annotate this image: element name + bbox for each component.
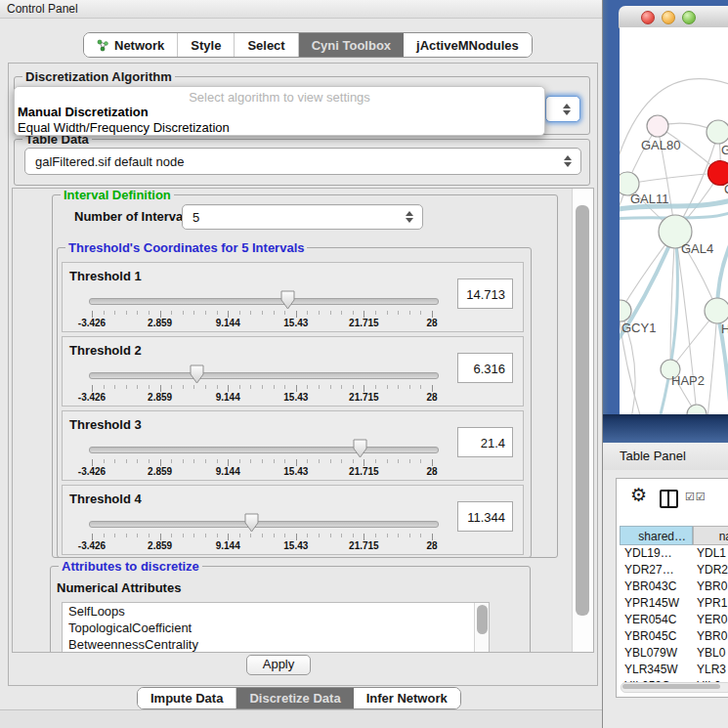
threshold-slider-thumb[interactable] xyxy=(352,439,368,458)
tick-mark xyxy=(92,534,93,540)
algorithm-combobox[interactable] xyxy=(545,96,580,122)
table-horizontal-scrollbar[interactable] xyxy=(621,682,728,693)
panel-title: Control Panel xyxy=(7,2,78,16)
table-row[interactable]: YER054CYER0 xyxy=(620,612,728,628)
tab-network[interactable]: Network xyxy=(84,33,178,57)
table-row[interactable]: YLR345WYLR3 xyxy=(620,662,728,678)
status-strip xyxy=(0,709,602,728)
threshold-slider-thumb[interactable] xyxy=(189,364,205,384)
select-columns-icon[interactable]: ☑☑ xyxy=(685,491,707,503)
tick-label: 28 xyxy=(426,392,437,403)
tick-mark xyxy=(92,385,93,392)
tick-mark xyxy=(193,534,194,537)
network-edge[interactable] xyxy=(627,173,720,184)
tick-mark xyxy=(250,534,251,537)
tick-mark xyxy=(284,385,285,389)
tick-mark xyxy=(319,311,320,315)
tick-mark xyxy=(330,385,331,389)
threshold-slider-track[interactable] xyxy=(89,298,439,305)
tick-mark xyxy=(353,311,354,315)
column-header-shared[interactable]: shared… xyxy=(620,526,693,545)
gear-icon[interactable]: ⚙ xyxy=(630,485,647,506)
table-row[interactable]: YBR043CYBR0 xyxy=(620,578,728,595)
table-data-combobox[interactable]: galFiltered.sif default node xyxy=(24,148,581,175)
table-row[interactable]: YDL19…YDL1 xyxy=(620,545,728,562)
tab-label: Infer Network xyxy=(366,691,448,706)
attribute-list-item[interactable]: BetweennessCentrality xyxy=(63,636,489,653)
table-row[interactable]: YBL079WYBL0 xyxy=(620,645,728,662)
attribute-list-item[interactable]: TopologicalCoefficient xyxy=(63,620,489,636)
table-data-selected-value: galFiltered.sif default node xyxy=(35,154,184,169)
tick-mark xyxy=(217,459,218,463)
attributes-list-scrollbar[interactable] xyxy=(474,603,489,653)
table-row[interactable]: YDR27…YDR2 xyxy=(620,562,728,578)
tick-mark xyxy=(420,459,421,463)
network-node-green[interactable] xyxy=(707,120,728,144)
threshold-slider-thumb[interactable] xyxy=(243,513,260,533)
minimize-traffic-icon[interactable] xyxy=(662,11,675,24)
threshold-slider-track[interactable] xyxy=(89,447,439,453)
tick-label: 21.715 xyxy=(349,318,379,328)
network-edge[interactable] xyxy=(707,311,717,414)
tick-mark xyxy=(387,385,388,389)
table-panel-title: Table Panel xyxy=(620,449,686,463)
network-window-bottom xyxy=(603,414,728,443)
tick-mark xyxy=(432,534,433,540)
network-icon xyxy=(97,39,109,52)
dropdown-option-manual[interactable]: Manual Discretization xyxy=(18,105,149,119)
tick-label: 9.144 xyxy=(216,318,240,328)
tab-infer-network[interactable]: Infer Network xyxy=(354,688,460,708)
zoom-traffic-icon[interactable] xyxy=(682,11,696,24)
tab-label: Select xyxy=(247,38,284,53)
threshold-value-field[interactable]: 11.344 xyxy=(457,501,513,532)
network-node-green[interactable] xyxy=(687,405,707,414)
tick-mark xyxy=(307,459,308,463)
table-row[interactable]: YPR145WYPR1 xyxy=(620,595,728,612)
dropdown-placeholder-option[interactable]: Select algorithm to view settings xyxy=(15,90,544,105)
tick-mark xyxy=(160,311,161,318)
tick-mark xyxy=(341,385,342,389)
threshold-slider-track[interactable] xyxy=(89,372,439,379)
number-of-intervals-combobox[interactable]: 5 xyxy=(182,204,423,230)
tab-style[interactable]: Style xyxy=(178,33,235,57)
tab-label: jActiveMNodules xyxy=(416,38,519,53)
network-node-pink[interactable] xyxy=(647,115,668,137)
apply-button[interactable]: Apply xyxy=(246,655,311,675)
cell-shared-name: YBR043C xyxy=(624,578,676,595)
threshold-slider-thumb[interactable] xyxy=(279,290,296,310)
dropdown-option-equal-width[interactable]: Equal Width/Frequency Discretization xyxy=(18,120,230,135)
tick-label: 2.859 xyxy=(148,540,172,551)
cell-shared-name: YPR145W xyxy=(624,595,679,612)
tick-mark xyxy=(387,311,388,315)
network-window-titlebar[interactable] xyxy=(619,6,728,28)
attribute-list-item[interactable]: SelfLoops xyxy=(63,603,489,620)
tab-jactivemnodules[interactable]: jActiveMNodules xyxy=(404,33,532,57)
split-columns-icon[interactable] xyxy=(660,490,678,508)
threshold-value-field[interactable]: 6.316 xyxy=(457,353,513,383)
panel-vertical-scrollbar[interactable] xyxy=(572,189,593,652)
network-canvas[interactable]: GAL80GCGAL11GAL4GCY1HHAP2 xyxy=(620,27,728,414)
combobox-spinner-icon xyxy=(564,155,572,167)
close-traffic-icon[interactable] xyxy=(641,11,655,24)
tick-label: 28 xyxy=(426,466,437,477)
tick-mark xyxy=(160,459,161,466)
threshold-value-field[interactable]: 21.4 xyxy=(457,427,513,457)
tick-mark xyxy=(193,385,194,389)
tick-mark xyxy=(307,534,308,537)
tick-mark xyxy=(420,534,421,537)
cell-name: YBR0 xyxy=(697,578,727,595)
table-panel-titlebar[interactable]: Table Panel xyxy=(603,443,728,471)
tab-discretize-data[interactable]: Discretize Data xyxy=(236,688,353,708)
tab-cyni-toolbox[interactable]: Cyni Toolbox xyxy=(299,33,404,57)
network-node-green[interactable] xyxy=(705,298,728,323)
tab-label: Cyni Toolbox xyxy=(312,38,391,53)
tab-impute-data[interactable]: Impute Data xyxy=(138,688,236,708)
threshold-row: Threshold 3-3.4262.8599.14415.4321.71528… xyxy=(62,410,524,481)
tick-mark xyxy=(228,459,229,466)
table-row[interactable]: YBR045CYBR0 xyxy=(620,628,728,645)
column-header-name[interactable]: na xyxy=(693,526,728,545)
tab-select[interactable]: Select xyxy=(235,33,298,57)
threshold-slider-track[interactable] xyxy=(89,521,439,528)
numerical-attributes-label: Numerical Attributes xyxy=(57,580,181,595)
threshold-value-field[interactable]: 14.713 xyxy=(457,278,513,309)
